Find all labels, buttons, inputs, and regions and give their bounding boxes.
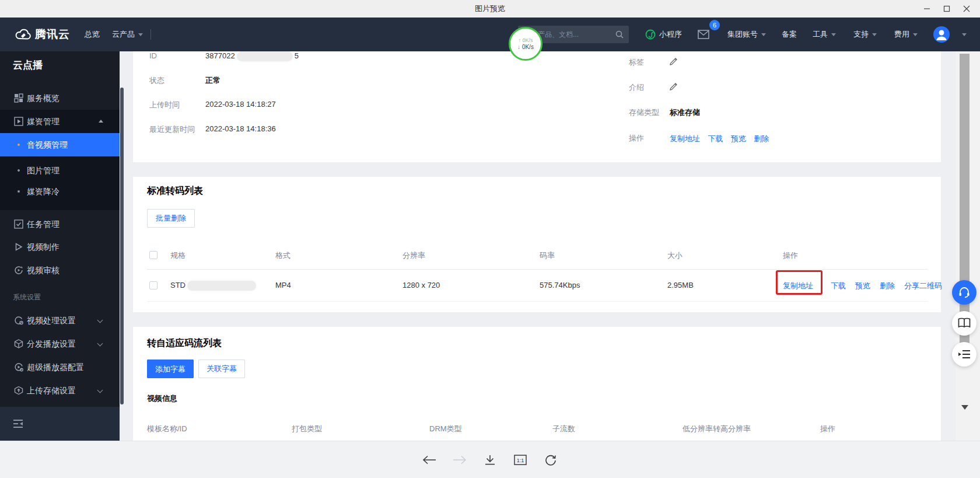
status-label: 状态 xyxy=(149,75,164,86)
product-title: 云点播 xyxy=(13,58,43,72)
video-info-label: 视频信息 xyxy=(147,393,177,404)
customer-service-button[interactable] xyxy=(952,280,977,305)
maximize-button[interactable] xyxy=(937,0,957,18)
mail-icon[interactable] xyxy=(698,30,709,39)
sidebar-item-media-cooling[interactable]: 媒资降冷 xyxy=(0,180,120,203)
nav-tools[interactable]: 工具 xyxy=(813,18,836,51)
batch-delete-button[interactable]: 批量删除 xyxy=(147,209,195,228)
svg-text:1:1: 1:1 xyxy=(517,458,524,463)
active-bullet xyxy=(18,144,20,146)
delete-link[interactable]: 删除 xyxy=(754,134,769,143)
open-book-icon xyxy=(958,317,971,329)
intro-label: 介绍 xyxy=(629,82,644,93)
nav-overview[interactable]: 总览 xyxy=(85,18,100,51)
rotate-image-button[interactable] xyxy=(543,452,558,467)
sidebar-item-image-management[interactable]: 图片管理 xyxy=(0,159,120,182)
cell-bitrate: 575.74Kbps xyxy=(540,281,580,289)
image-preview-toolbar: 1:1 xyxy=(0,441,980,478)
scrollbar-down-arrow[interactable] xyxy=(961,405,968,410)
id-value: 38770225 xyxy=(205,51,299,61)
mail-badge[interactable]: 6 xyxy=(709,20,720,30)
row-checkbox[interactable] xyxy=(149,281,158,289)
select-all-checkbox[interactable] xyxy=(149,251,158,259)
play-outline-icon xyxy=(14,242,23,252)
next-image-button[interactable] xyxy=(452,452,467,467)
updated-time-value: 2022-03-18 14:18:36 xyxy=(205,124,276,133)
nav-group-account[interactable]: 集团账号 xyxy=(727,18,766,51)
media-detail-card: ID 38770225 状态 正常 上传时间 2022-03-18 14:18:… xyxy=(133,51,941,162)
sidebar-item-super-player-config[interactable]: 超级播放器配置 xyxy=(0,355,120,379)
copy-url-link[interactable]: 复制地址 xyxy=(670,134,700,143)
edit-tag-pencil-icon[interactable] xyxy=(670,57,678,65)
sidebar-item-task-management[interactable]: 任务管理 xyxy=(0,212,120,236)
status-value: 正常 xyxy=(205,75,220,86)
search-icon[interactable] xyxy=(615,30,624,39)
nav-icp-filing[interactable]: 备案 xyxy=(782,18,797,51)
col-low-to-high-resolution: 低分辨率转高分辨率 xyxy=(682,424,751,434)
nav-products[interactable]: 云产品 xyxy=(112,18,143,51)
top-navbar: 腾讯云 总览 云产品 ↑ 0K/s ↓ 0K/s 小程序 6 集团账号 备案 工… xyxy=(0,18,980,51)
net-up-speed: ↑ 0K/s xyxy=(518,37,533,44)
storage-type-value: 标准存储 xyxy=(670,107,700,118)
actual-size-button[interactable]: 1:1 xyxy=(513,452,528,467)
documentation-button[interactable] xyxy=(952,311,977,336)
chevron-down-icon xyxy=(97,388,103,393)
sidebar-item-video-production[interactable]: 视频制作 xyxy=(0,235,120,259)
sidebar-scrollbar-thumb[interactable] xyxy=(120,88,124,404)
download-link[interactable]: 下载 xyxy=(831,281,846,291)
sidebar-item-video-moderation[interactable]: 视频审核 xyxy=(0,259,120,282)
col-template-id: 模板名称/ID xyxy=(147,424,187,434)
brand-name[interactable]: 腾讯云 xyxy=(35,18,70,51)
sidebar-item-upload-storage-settings[interactable]: 上传存储设置 xyxy=(0,379,120,402)
sidebar-item-audio-video-management[interactable]: 音视频管理 xyxy=(0,133,120,156)
storage-type-label: 存储类型 xyxy=(629,107,659,118)
edit-intro-pencil-icon[interactable] xyxy=(670,82,678,90)
chevron-down-icon xyxy=(761,33,766,36)
redaction-blur xyxy=(187,281,256,291)
minimize-button[interactable] xyxy=(917,0,937,18)
standard-transcode-card: 标准转码列表 批量删除 规格 格式 分辨率 码率 大小 操作 STD MP4 1… xyxy=(133,177,941,312)
chevron-down-icon xyxy=(97,341,103,347)
nav-support[interactable]: 支持 xyxy=(853,18,877,51)
download-image-button[interactable] xyxy=(482,452,498,467)
add-subtitle-button[interactable]: 添加字幕 xyxy=(147,360,194,378)
collapse-sidebar-icon[interactable] xyxy=(13,419,23,428)
window-titlebar: 图片预览 xyxy=(0,0,980,18)
avatar[interactable] xyxy=(933,26,950,43)
detail-operations: 复制地址 下载 预览 删除 xyxy=(670,133,769,144)
sidebar-item-service-overview[interactable]: 服务概览 xyxy=(0,86,120,110)
grid-icon xyxy=(14,93,23,103)
transcode-title: 标准转码列表 xyxy=(147,185,203,197)
feedback-button[interactable] xyxy=(952,342,977,367)
sidebar-item-video-processing-settings[interactable]: 视频处理设置 xyxy=(0,309,120,332)
cube-icon xyxy=(14,339,23,348)
processing-settings-icon xyxy=(14,316,23,325)
preview-link[interactable]: 预览 xyxy=(855,281,870,291)
nav-billing[interactable]: 费用 xyxy=(894,18,918,51)
tag-label: 标签 xyxy=(629,57,644,68)
col-spec: 规格 xyxy=(170,250,186,261)
sidebar-item-media-management[interactable]: 媒资管理 xyxy=(0,110,120,133)
arrow-right-icon xyxy=(453,455,467,465)
share-qrcode-link[interactable]: 分享二维码 xyxy=(904,281,942,291)
table-header-divider xyxy=(147,269,928,270)
close-button[interactable] xyxy=(957,0,977,18)
previous-image-button[interactable] xyxy=(422,452,437,467)
bullet xyxy=(18,169,20,172)
account-chevron-down-icon[interactable] xyxy=(962,33,967,36)
play-square-icon xyxy=(14,117,23,126)
link-subtitle-button[interactable]: 关联字幕 xyxy=(198,360,245,378)
sidebar: 云点播 服务概览 媒资管理 音视频管理 图片管理 媒资降冷 任务管理 xyxy=(0,51,120,441)
user-icon xyxy=(933,26,950,43)
col-format: 格式 xyxy=(275,250,290,261)
sidebar-item-distribution-playback-settings[interactable]: 分发播放设置 xyxy=(0,332,120,355)
download-link[interactable]: 下载 xyxy=(708,134,723,143)
nav-mini-program[interactable]: 小程序 xyxy=(659,18,682,51)
delete-link[interactable]: 删除 xyxy=(880,281,895,291)
preview-link[interactable]: 预览 xyxy=(731,134,746,143)
col-operation: 操作 xyxy=(820,424,835,434)
cell-resolution: 1280 x 720 xyxy=(402,281,440,289)
operation-label: 操作 xyxy=(629,133,644,144)
headset-icon xyxy=(958,286,971,299)
download-icon xyxy=(484,455,496,465)
